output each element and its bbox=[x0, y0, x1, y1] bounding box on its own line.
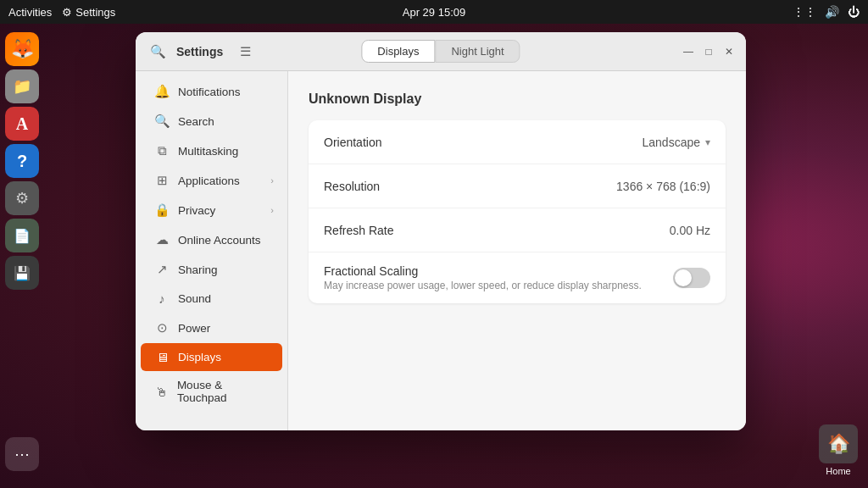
chevron-right-icon: › bbox=[270, 175, 274, 186]
minimize-button[interactable]: — bbox=[682, 45, 695, 58]
power-icon: ⊙ bbox=[154, 320, 170, 336]
dock-item-settings[interactable]: ⚙ bbox=[5, 181, 39, 215]
window-body: 🔔 Notifications 🔍 Search ⧉ Multitasking … bbox=[136, 71, 746, 430]
resolution-row: Resolution 1366 × 768 (16:9) bbox=[309, 164, 726, 208]
sidebar-item-sound[interactable]: ♪ Sound bbox=[141, 285, 282, 313]
sidebar-item-label: Multitasking bbox=[178, 145, 238, 158]
resolution-label: Resolution bbox=[324, 180, 380, 193]
search-icon: 🔍 bbox=[154, 114, 170, 129]
sidebar-item-label: Mouse & Touchpad bbox=[177, 379, 269, 404]
dock-item-files[interactable]: 📁 bbox=[5, 69, 39, 103]
sidebar-item-label: Search bbox=[178, 115, 214, 128]
refresh-rate-row: Refresh Rate 0.00 Hz bbox=[309, 208, 726, 252]
orientation-label: Orientation bbox=[324, 136, 381, 149]
sidebar-item-privacy[interactable]: 🔒 Privacy › bbox=[141, 196, 282, 225]
chevron-right-icon: › bbox=[270, 205, 274, 215]
sidebar-item-search[interactable]: 🔍 Search bbox=[141, 107, 282, 136]
multitasking-icon: ⧉ bbox=[154, 143, 170, 158]
home-folder-label: Home bbox=[826, 466, 850, 476]
dock-item-text-editor[interactable]: 📄 bbox=[5, 219, 39, 252]
sidebar-item-label: Power bbox=[178, 322, 210, 335]
activities-button[interactable]: Activities bbox=[8, 6, 52, 19]
sidebar-item-label: Online Accounts bbox=[178, 234, 261, 247]
sound-icon: ♪ bbox=[154, 291, 170, 306]
power-menu-icon[interactable]: ⏻ bbox=[848, 5, 860, 19]
settings-window: 🔍 Settings ☰ Displays Night Light — □ ✕ … bbox=[136, 32, 746, 430]
gear-icon: ⚙ bbox=[62, 6, 72, 19]
topbar: Activities ⚙ Settings Apr 29 15:09 ⋮⋮ 🔊 … bbox=[0, 0, 868, 24]
tab-night-light[interactable]: Night Light bbox=[435, 40, 520, 63]
sidebar-item-label: Displays bbox=[178, 351, 221, 363]
sidebar-item-notifications[interactable]: 🔔 Notifications bbox=[141, 77, 282, 106]
header-left: 🔍 Settings ☰ bbox=[146, 40, 257, 64]
sidebar-item-label: Privacy bbox=[178, 204, 215, 217]
dock-item-manager[interactable]: 💾 bbox=[5, 256, 39, 290]
fractional-scaling-text-group: Fractional Scaling May increase power us… bbox=[324, 264, 642, 291]
maximize-button[interactable]: □ bbox=[702, 45, 715, 58]
share-icon: ↗ bbox=[154, 262, 170, 277]
content-area: Unknown Display Orientation Landscape ▾ … bbox=[288, 71, 746, 430]
bell-icon: 🔔 bbox=[154, 84, 170, 99]
sidebar-item-label: Notifications bbox=[178, 86, 241, 98]
orientation-value: Landscape bbox=[642, 136, 700, 149]
header-tabs: Displays Night Light bbox=[361, 40, 520, 63]
sidebar-item-label: Applications bbox=[178, 175, 240, 187]
sidebar-item-online-accounts[interactable]: ☁ Online Accounts bbox=[141, 225, 282, 254]
close-button[interactable]: ✕ bbox=[722, 45, 736, 58]
content-title: Unknown Display bbox=[309, 92, 726, 107]
settings-label: Settings bbox=[75, 6, 115, 19]
topbar-left: Activities ⚙ Settings bbox=[8, 6, 115, 19]
sidebar-item-label: Sharing bbox=[178, 263, 218, 276]
home-folder-icon[interactable]: 🏠 bbox=[819, 424, 858, 463]
fractional-scaling-row: Fractional Scaling May increase power us… bbox=[309, 252, 726, 303]
header-menu-button[interactable]: ☰ bbox=[233, 40, 257, 64]
sidebar-item-power[interactable]: ⊙ Power bbox=[141, 313, 282, 342]
resolution-value: 1366 × 768 (16:9) bbox=[616, 180, 710, 193]
sidebar-item-mouse-touchpad[interactable]: 🖱 Mouse & Touchpad bbox=[141, 372, 282, 411]
chevron-down-icon: ▾ bbox=[705, 136, 710, 148]
fractional-scaling-label: Fractional Scaling bbox=[324, 264, 642, 278]
cloud-icon: ☁ bbox=[154, 232, 170, 247]
mouse-icon: 🖱 bbox=[154, 385, 169, 399]
sidebar-item-displays[interactable]: 🖥 Displays bbox=[141, 343, 282, 371]
dock-item-software[interactable]: A bbox=[5, 107, 39, 141]
sound-icon[interactable]: 🔊 bbox=[825, 5, 839, 19]
fractional-scaling-sublabel: May increase power usage, lower speed, o… bbox=[324, 280, 642, 291]
orientation-row: Orientation Landscape ▾ bbox=[309, 120, 726, 164]
fractional-scaling-toggle[interactable] bbox=[673, 268, 710, 288]
sidebar-item-multitasking[interactable]: ⧉ Multitasking bbox=[141, 136, 282, 165]
home-folder: 🏠 Home bbox=[819, 424, 858, 476]
settings-indicator: ⚙ Settings bbox=[62, 6, 115, 19]
sidebar-item-applications[interactable]: ⊞ Applications › bbox=[141, 166, 282, 195]
sidebar-item-sharing[interactable]: ↗ Sharing bbox=[141, 255, 282, 284]
window-title: Settings bbox=[176, 45, 223, 58]
toggle-knob bbox=[675, 269, 692, 286]
window-controls: — □ ✕ bbox=[682, 45, 736, 58]
orientation-dropdown[interactable]: Landscape ▾ bbox=[642, 136, 710, 149]
sidebar-item-label: Sound bbox=[178, 292, 211, 305]
dock-bottom: ⋯ bbox=[5, 437, 39, 471]
dock-item-firefox[interactable]: 🦊 bbox=[5, 32, 39, 66]
display-icon: 🖥 bbox=[154, 350, 170, 364]
apps-grid-button[interactable]: ⋯ bbox=[5, 437, 39, 471]
display-settings-card: Orientation Landscape ▾ Resolution 1366 … bbox=[309, 120, 726, 303]
header-search-button[interactable]: 🔍 bbox=[146, 40, 170, 64]
dock: 🦊 📁 A ? ⚙ 📄 💾 ⋯ bbox=[0, 24, 44, 488]
sidebar: 🔔 Notifications 🔍 Search ⧉ Multitasking … bbox=[136, 71, 288, 430]
refresh-rate-value: 0.00 Hz bbox=[670, 224, 710, 237]
refresh-rate-label: Refresh Rate bbox=[324, 224, 393, 237]
tab-displays[interactable]: Displays bbox=[361, 40, 435, 63]
applications-icon: ⊞ bbox=[154, 173, 170, 188]
lock-icon: 🔒 bbox=[154, 202, 170, 218]
topbar-datetime: Apr 29 15:09 bbox=[403, 6, 465, 19]
window-header: 🔍 Settings ☰ Displays Night Light — □ ✕ bbox=[136, 32, 746, 71]
network-icon[interactable]: ⋮⋮ bbox=[793, 5, 816, 19]
dock-item-help[interactable]: ? bbox=[5, 144, 39, 178]
topbar-right: ⋮⋮ 🔊 ⏻ bbox=[793, 5, 860, 19]
